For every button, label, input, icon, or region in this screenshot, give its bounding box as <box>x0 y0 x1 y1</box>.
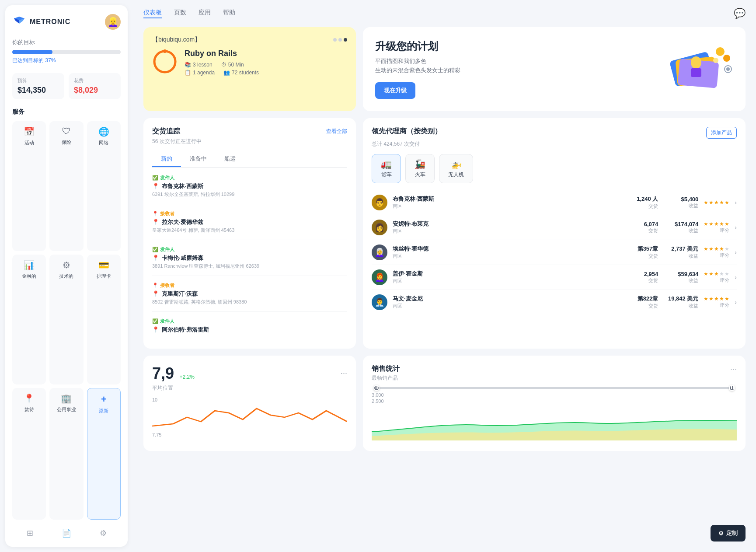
agent-revenue-3: $59,634 收益 <box>663 271 698 284</box>
star-2-3: ★ <box>719 246 724 252</box>
star-2-2: ★ <box>714 246 719 252</box>
agent-row-1: 👩 安妮特·布莱克 南区 6,074 交货 $174,074 收益 ★★★★★ … <box>372 215 737 240</box>
agent-rating-label-2: 评分 <box>720 252 729 259</box>
location-chart-svg <box>152 404 347 430</box>
customize-icon: ⚙ <box>718 530 724 537</box>
star-1-3: ★ <box>719 221 724 227</box>
delivery-role-3: 📍 接收者 <box>152 282 347 289</box>
agent-arrow-2[interactable]: › <box>735 249 737 256</box>
sales-title: 销售统计 <box>372 364 400 374</box>
location-chart: 10 7.75 <box>152 397 347 432</box>
drone-icon: 🚁 <box>451 159 462 169</box>
agents-tabs: 🚛 货车 🚂 火车 🚁 无人机 <box>372 154 737 183</box>
location-icon-4: 📍 <box>152 326 159 333</box>
service-public[interactable]: 🏢 公用事业 <box>49 388 83 520</box>
range-slider-container <box>372 387 737 389</box>
delivery-role-0: ✅ 发件人 <box>152 175 347 181</box>
delivery-item-0: ✅ 发件人 📍 布鲁克林·西蒙斯 6391 埃尔全圣塞莱斯, 特拉华州 1029… <box>152 175 347 204</box>
service-add[interactable]: + 添新 <box>87 388 121 520</box>
service-hospitality-label: 款待 <box>24 406 34 413</box>
agent-arrow-3[interactable]: › <box>735 274 737 281</box>
nav-pages[interactable]: 页数 <box>174 9 186 18</box>
service-add-label: 添新 <box>99 408 108 414</box>
customize-button[interactable]: ⚙ 定制 <box>711 525 746 542</box>
agent-revenue-0: $5,400 收益 <box>663 196 698 209</box>
agent-rating-container-1: ★★★★★ 评分 <box>704 221 729 234</box>
sales-more-icon[interactable]: ··· <box>730 364 737 374</box>
nav-help[interactable]: 帮助 <box>223 9 235 18</box>
customize-label: 定制 <box>726 529 738 537</box>
star-1-1: ★ <box>709 221 714 227</box>
agent-avatar-1: 👩 <box>372 220 387 235</box>
nav-dashboard[interactable]: 仪表板 <box>143 9 162 18</box>
meta-row-2: 📋 1 agenda 👥 72 students <box>185 70 259 76</box>
service-insurance[interactable]: 🛡 保险 <box>49 121 83 251</box>
agent-tab-train[interactable]: 🚂 火车 <box>405 154 435 183</box>
content-grid: 【biqubiqu.com】 Ruby on Rails <box>133 23 756 460</box>
tab-new[interactable]: 新的 <box>152 151 181 167</box>
agent-transactions-0: 1,240 人 交货 <box>632 195 658 210</box>
service-finance[interactable]: 📊 金融的 <box>12 255 46 384</box>
agent-avatar-4: 👨‍💼 <box>372 294 387 310</box>
agent-info-0: 布鲁克林·西蒙斯 南区 <box>393 195 627 210</box>
card-icon: 💳 <box>98 260 109 270</box>
upgrade-button[interactable]: 现在升级 <box>375 82 415 99</box>
upgrade-card: 升级您的计划 平面描图和我们多色 生动的未混合紫色头发女士的精彩 现在升级 <box>363 27 746 111</box>
logo-area: METRONIC <box>12 15 70 29</box>
sidebar-header: METRONIC 👱‍♀️ <box>12 14 121 30</box>
svg-point-11 <box>713 58 718 63</box>
location-more-icon[interactable]: ··· <box>341 369 347 378</box>
course-duration: ⏱ 50 Min <box>221 62 244 68</box>
tab-shipping[interactable]: 船运 <box>216 151 244 167</box>
nav-apps[interactable]: 应用 <box>199 9 211 18</box>
agent-arrow-1[interactable]: › <box>735 224 737 231</box>
delivery-subtitle: 56 次交付正在进行中 <box>152 138 347 145</box>
svg-point-10 <box>723 55 730 62</box>
agent-arrow-0[interactable]: › <box>735 199 737 206</box>
service-nursing[interactable]: 💳 护理卡 <box>87 255 121 384</box>
agent-info-1: 安妮特·布莱克 南区 <box>393 220 627 234</box>
agent-region-2: 南区 <box>393 253 627 259</box>
service-nursing-label: 护理卡 <box>97 273 111 279</box>
service-network-label: 网络 <box>99 140 108 146</box>
chart-icon: 📊 <box>24 260 35 270</box>
service-network[interactable]: 🌐 网络 <box>87 121 121 251</box>
user-avatar[interactable]: 👱‍♀️ <box>105 14 121 30</box>
agent-name-3: 盖伊·霍金斯 <box>393 270 627 278</box>
calendar-icon: 📅 <box>24 126 35 137</box>
agent-rating-container-0: ★★★★★ <box>704 199 729 206</box>
course-card: 【biqubiqu.com】 Ruby on Rails <box>143 27 356 111</box>
course-agenda: 📋 1 agenda <box>185 70 215 76</box>
lesson-icon: 📚 <box>185 62 191 68</box>
agent-tab-drone[interactable]: 🚁 无人机 <box>439 154 473 183</box>
tab-preparing[interactable]: 准备中 <box>181 151 216 167</box>
chat-icon[interactable]: 💬 <box>734 8 746 19</box>
service-hospitality[interactable]: 📍 款待 <box>12 388 46 520</box>
dot1 <box>333 38 337 42</box>
settings-icon[interactable]: ⚙ <box>100 528 107 538</box>
add-product-button[interactable]: 添加产品 <box>706 127 737 139</box>
service-activity[interactable]: 📅 活动 <box>12 121 46 251</box>
service-tech[interactable]: ⚙ 技术的 <box>49 255 83 384</box>
file-icon[interactable]: 📄 <box>62 528 71 538</box>
star-3-4: ★ <box>725 271 729 277</box>
agent-tab-train-label: 火车 <box>415 171 425 178</box>
sender-icon-0: ✅ <box>152 175 158 181</box>
star-3-2: ★ <box>714 271 719 277</box>
range-handle-right[interactable] <box>729 385 735 391</box>
progress-bar-bg <box>12 50 121 54</box>
layers-icon[interactable]: ⊞ <box>27 528 33 538</box>
agents-total: 总计 424,567 次交付 <box>372 140 737 148</box>
range-handle-left[interactable] <box>373 385 380 391</box>
delivery-view-all[interactable]: 查看全部 <box>326 128 347 135</box>
agent-arrow-4[interactable]: › <box>735 299 737 306</box>
agent-rating-label-3: 评分 <box>720 277 729 283</box>
agent-revenue-2: 2,737 美元 收益 <box>663 245 698 259</box>
agent-tab-truck[interactable]: 🚛 货车 <box>372 154 401 183</box>
budget-label: 预算 <box>17 77 59 84</box>
service-public-label: 公用事业 <box>57 406 76 413</box>
topbar-right: 💬 <box>734 8 746 19</box>
agent-rating-container-3: ★★★★★ 评分 <box>704 271 729 283</box>
course-meta: 📚 3 lesson ⏱ 50 Min 📋 1 agenda <box>185 62 259 76</box>
delivery-header: 交货追踪 查看全部 <box>152 127 347 136</box>
